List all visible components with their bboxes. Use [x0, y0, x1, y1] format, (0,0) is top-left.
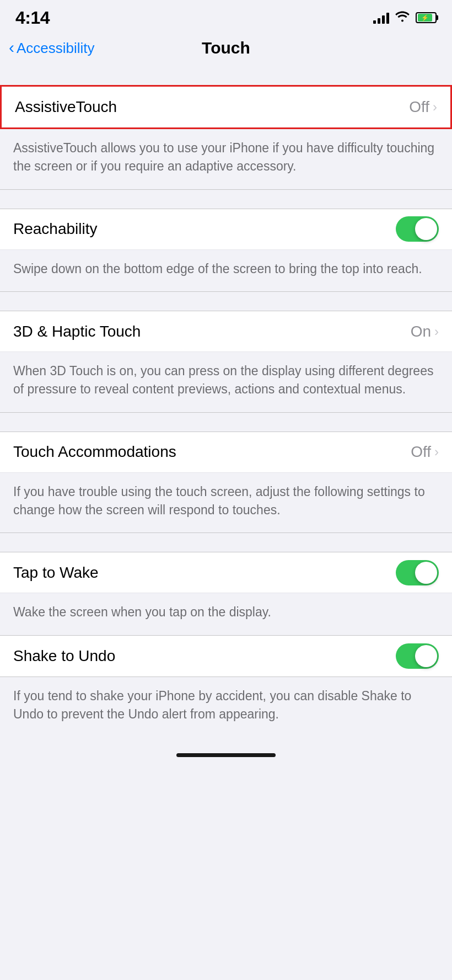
haptic-touch-section: 3D & Haptic Touch On ›	[0, 311, 452, 352]
touch-accommodations-row[interactable]: Touch Accommodations Off ›	[0, 432, 452, 473]
section-gap-2	[0, 292, 452, 311]
toggle-knob	[415, 562, 437, 584]
reachability-description: Swipe down on the bottom edge of the scr…	[0, 250, 452, 291]
status-time: 4:14	[15, 8, 50, 28]
section-gap-top	[0, 66, 452, 85]
assistive-touch-label: AssistiveTouch	[15, 98, 117, 116]
haptic-touch-row[interactable]: 3D & Haptic Touch On ›	[0, 311, 452, 352]
tap-to-wake-toggle[interactable]	[396, 560, 439, 585]
shake-to-undo-section: Shake to Undo	[0, 636, 452, 677]
reachability-label: Reachability	[13, 220, 98, 238]
toggle-knob	[415, 218, 437, 240]
back-label: Accessibility	[17, 40, 95, 57]
nav-bar: ‹ Accessibility Touch	[0, 33, 452, 66]
back-chevron-icon: ‹	[9, 39, 14, 56]
wifi-icon	[395, 10, 410, 25]
shake-to-undo-toggle[interactable]	[396, 643, 439, 669]
chevron-right-icon: ›	[434, 444, 439, 460]
touch-accommodations-description: If you have trouble using the touch scre…	[0, 473, 452, 533]
home-indicator	[0, 737, 452, 763]
tap-to-wake-label: Tap to Wake	[13, 564, 99, 582]
reachability-toggle[interactable]	[396, 216, 439, 242]
shake-to-undo-row[interactable]: Shake to Undo	[0, 636, 452, 677]
assistive-touch-value: Off ›	[409, 98, 437, 116]
assistive-touch-highlight: AssistiveTouch Off ›	[0, 85, 452, 129]
assistive-touch-row[interactable]: AssistiveTouch Off ›	[2, 87, 450, 127]
section-gap-4	[0, 533, 452, 552]
back-button[interactable]: ‹ Accessibility	[9, 40, 95, 57]
signal-icon	[373, 12, 389, 24]
haptic-touch-label: 3D & Haptic Touch	[13, 323, 141, 340]
haptic-touch-description: When 3D Touch is on, you can press on th…	[0, 352, 452, 412]
tap-to-wake-row[interactable]: Tap to Wake	[0, 552, 452, 593]
touch-accommodations-section: Touch Accommodations Off ›	[0, 432, 452, 473]
assistive-touch-description: AssistiveTouch allows you to use your iP…	[0, 129, 452, 189]
tap-to-wake-description: Wake the screen when you tap on the disp…	[0, 593, 452, 635]
section-gap-3	[0, 413, 452, 432]
page-title: Touch	[202, 39, 250, 57]
reachability-section: Reachability	[0, 209, 452, 250]
home-bar	[176, 753, 276, 757]
reachability-row[interactable]: Reachability	[0, 209, 452, 250]
tap-to-wake-section: Tap to Wake	[0, 552, 452, 593]
shake-to-undo-label: Shake to Undo	[13, 647, 115, 665]
chevron-right-icon: ›	[433, 99, 437, 115]
status-icons: ⚡	[373, 10, 437, 25]
status-bar: 4:14 ⚡	[0, 0, 452, 33]
section-gap-1	[0, 190, 452, 209]
shake-to-undo-description: If you tend to shake your iPhone by acci…	[0, 677, 452, 737]
touch-accommodations-value: Off ›	[411, 443, 439, 461]
toggle-knob	[415, 645, 437, 667]
touch-accommodations-label: Touch Accommodations	[13, 443, 176, 461]
chevron-right-icon: ›	[434, 324, 439, 339]
battery-icon: ⚡	[416, 12, 437, 23]
haptic-touch-value: On ›	[411, 323, 439, 340]
